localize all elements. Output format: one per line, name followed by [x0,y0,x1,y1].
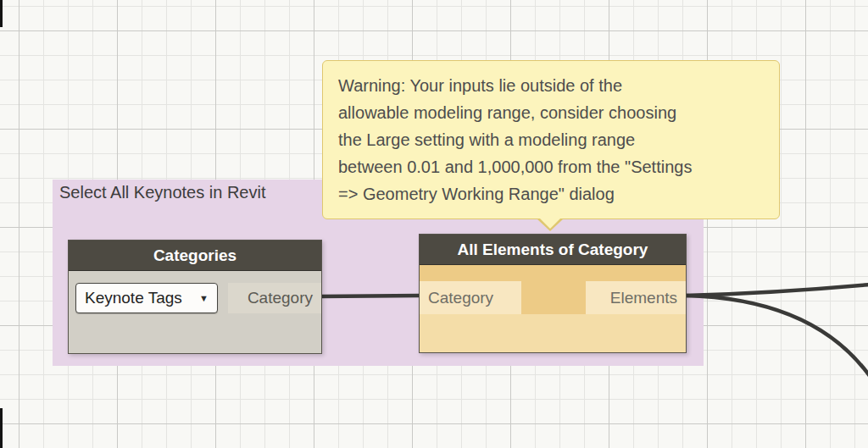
all-elements-node-body: Category Elements [420,265,686,352]
chevron-down-icon: ▼ [199,293,209,303]
all-elements-node-warning-area [420,314,686,352]
tooltip-pointer-fill [538,217,562,229]
categories-node-body: Keynote Tags ▼ Category [69,271,321,353]
input-port-category-label: Category [428,289,493,307]
category-dropdown[interactable]: Keynote Tags ▼ [75,283,218,313]
output-port-elements[interactable]: Elements [586,281,686,314]
all-elements-node-header[interactable]: All Elements of Category [420,235,686,265]
input-port-category[interactable]: Category [420,281,521,314]
edge-mark-bottom [0,408,3,448]
wire-elements-out-upper[interactable] [685,285,868,296]
wire-category-to-category[interactable] [320,296,420,296]
all-elements-node-title: All Elements of Category [458,241,648,259]
warning-text: Warning: Your inputs lie outside of the … [338,72,764,207]
output-port-category[interactable]: Category [228,283,321,313]
wire-elements-out-lower[interactable] [685,296,868,376]
warning-tooltip: Warning: Your inputs lie outside of the … [322,60,780,219]
all-elements-of-category-node[interactable]: All Elements of Category Category Elemen… [419,234,687,353]
category-dropdown-value: Keynote Tags [85,289,182,307]
categories-node[interactable]: Categories Keynote Tags ▼ Category [68,240,322,354]
dynamo-canvas[interactable]: Select All Keynotes in Revit Categories … [0,0,868,448]
edge-mark-top [0,0,3,27]
output-port-elements-label: Elements [610,289,677,307]
output-port-category-label: Category [248,289,313,307]
categories-node-header[interactable]: Categories [69,241,321,271]
categories-node-title: Categories [153,246,236,265]
